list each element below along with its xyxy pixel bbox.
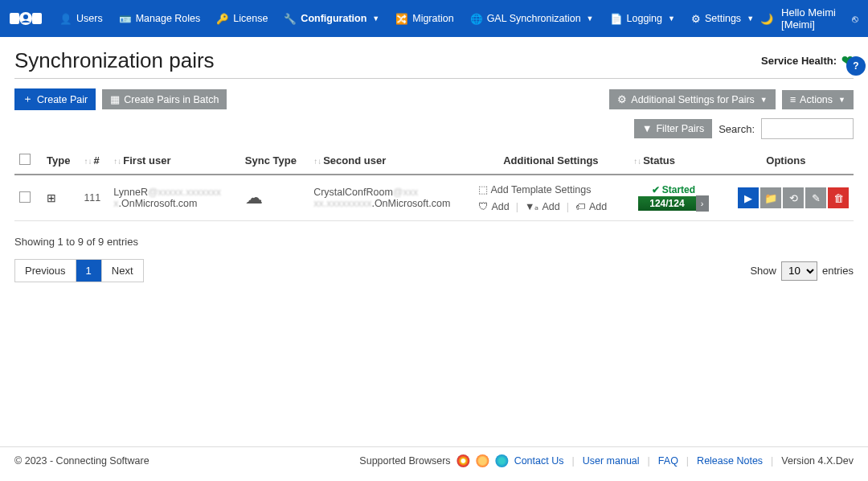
nav-user-greeting[interactable]: Hello Meimi [Meimi] — [781, 6, 844, 31]
additional-settings-cell: ⬚Add Template Settings 🛡Add | ▼ₐAdd | 🏷A… — [478, 183, 624, 212]
logout-icon[interactable]: ⎋ — [852, 13, 858, 25]
row-checkbox[interactable] — [19, 191, 31, 203]
page-header: Synchronization pairs Service Health: ❤ — [14, 48, 854, 79]
check-icon: ✔ — [652, 184, 660, 195]
globe-icon: 🌐 — [470, 13, 483, 25]
add-shield-link[interactable]: 🛡Add — [478, 201, 510, 212]
nav-users[interactable]: 👤Users — [53, 8, 109, 30]
template-icon: ⬚ — [478, 183, 488, 195]
pager-next[interactable]: Next — [102, 260, 143, 282]
play-button[interactable]: ▶ — [738, 187, 759, 208]
sort-icon: ↑↓ — [633, 157, 641, 166]
create-batch-button[interactable]: ▦Create Pairs in Batch — [102, 89, 227, 109]
nav-settings[interactable]: ⚙Settings▼ — [685, 8, 760, 30]
pairs-table: Type ↑↓# ↑↓First user Sync Type ↑↓Second… — [14, 147, 854, 221]
page-title: Synchronization pairs — [14, 48, 761, 73]
actions-label: Actions — [800, 94, 833, 105]
entries-info: Showing 1 to 9 of 9 entries — [14, 236, 854, 248]
col-num[interactable]: ↑↓# — [79, 147, 108, 175]
shuffle-icon: 🔀 — [395, 13, 408, 25]
nav-config-label: Configuration — [301, 13, 366, 24]
list-icon: ≡ — [790, 94, 796, 105]
key-icon: 🔑 — [216, 13, 229, 25]
filter-label: Filter Pairs — [656, 123, 704, 134]
funnel-icon: ▼ — [642, 123, 652, 134]
windows-icon: ⊞ — [47, 191, 56, 204]
entries-select[interactable]: 10 — [781, 261, 817, 281]
additional-settings-button[interactable]: ⚙Additional Settings for Pairs▼ — [609, 89, 775, 109]
add-template-link[interactable]: ⬚Add Template Settings — [478, 183, 624, 195]
row-num: 111 — [79, 175, 108, 221]
nav-gal-sync[interactable]: 🌐GAL Synchronization▼ — [464, 8, 600, 30]
table-row: ⊞ 111 LynneR@xxxxx.xxxxxxx x.OnMicrosoft… — [14, 175, 854, 221]
table-header-row: Type ↑↓# ↑↓First user Sync Type ↑↓Second… — [14, 147, 854, 175]
moon-icon[interactable]: 🌙 — [760, 13, 773, 25]
pager-prev[interactable]: Previous — [15, 260, 76, 282]
col-sync-type: Sync Type — [240, 147, 309, 175]
col-second-user[interactable]: ↑↓Second user — [309, 147, 473, 175]
nav-configuration[interactable]: 🔧Configuration▼ — [277, 8, 386, 30]
wrench-icon: 🔧 — [284, 13, 297, 25]
nav-right: 🌙 Hello Meimi [Meimi] ⎋ — [760, 6, 858, 31]
chevron-down-icon: ▼ — [668, 14, 675, 23]
chevron-down-icon: ▼ — [760, 96, 768, 104]
select-all-checkbox[interactable] — [19, 154, 31, 165]
plus-icon: ＋ — [23, 92, 33, 106]
sort-icon: ↑↓ — [113, 157, 121, 166]
chevron-down-icon: ▼ — [587, 14, 594, 23]
file-icon: 📄 — [610, 13, 623, 25]
nav-logging[interactable]: 📄Logging▼ — [604, 8, 682, 30]
pager: Previous 1 Next — [14, 259, 144, 282]
nav-items: 👤Users 🪪Manage Roles 🔑License 🔧Configura… — [53, 8, 760, 30]
service-health: Service Health: ❤ — [761, 52, 854, 70]
help-button[interactable]: ? — [846, 56, 866, 76]
show-label: Show — [750, 265, 776, 277]
id-card-icon: 🪪 — [119, 13, 132, 25]
progress-next-button[interactable]: › — [696, 195, 709, 212]
cloud-sync-icon: ☁ — [245, 187, 263, 208]
status-started: ✔Started — [652, 184, 695, 195]
entries-label: entries — [822, 265, 854, 277]
col-first-user[interactable]: ↑↓First user — [108, 147, 240, 175]
app-logo — [10, 7, 42, 30]
gear-icon: ⚙ — [617, 93, 627, 105]
chevron-down-icon: ▼ — [838, 96, 845, 104]
nav-logging-label: Logging — [627, 13, 663, 24]
batch-icon: ▦ — [110, 93, 120, 105]
nav-users-label: Users — [76, 13, 103, 24]
svg-rect-0 — [10, 13, 19, 24]
search-input[interactable] — [761, 118, 854, 139]
chevron-down-icon: ▼ — [372, 14, 379, 23]
resync-button[interactable]: ⟲ — [783, 187, 804, 208]
col-type[interactable]: Type — [42, 147, 79, 175]
nav-manage-roles[interactable]: 🪪Manage Roles — [113, 8, 207, 30]
show-entries: Show 10 entries — [750, 261, 854, 281]
nav-roles-label: Manage Roles — [136, 13, 201, 24]
folder-button[interactable]: 📁 — [760, 187, 781, 208]
toolbar: ＋Create Pair ▦Create Pairs in Batch ⚙Add… — [14, 88, 854, 110]
pager-row: Previous 1 Next Show 10 entries — [14, 259, 854, 282]
create-batch-label: Create Pairs in Batch — [124, 94, 219, 105]
svg-point-3 — [23, 14, 28, 19]
nav-license[interactable]: 🔑License — [210, 8, 274, 30]
search-label: Search: — [719, 123, 755, 135]
progress-badge: 124/124 — [638, 196, 695, 211]
nav-migration[interactable]: 🔀Migration — [389, 8, 460, 30]
filter-pairs-button[interactable]: ▼Filter Pairs — [634, 119, 712, 138]
pager-page-1[interactable]: 1 — [76, 260, 102, 282]
add-filter-link[interactable]: ▼ₐAdd — [525, 200, 560, 212]
nav-license-label: License — [233, 13, 268, 24]
shield-icon: 🛡 — [478, 201, 489, 212]
nav-migration-label: Migration — [412, 13, 453, 24]
add-tag-link[interactable]: 🏷Add — [575, 201, 607, 212]
col-status[interactable]: ↑↓Status — [628, 147, 719, 175]
filter-row: ▼Filter Pairs Search: — [14, 118, 854, 139]
col-additional: Additional Settings — [473, 147, 629, 175]
actions-button[interactable]: ≡Actions▼ — [782, 90, 854, 109]
edit-button[interactable]: ✎ — [805, 187, 826, 208]
sort-icon: ↑↓ — [84, 157, 92, 166]
create-pair-button[interactable]: ＋Create Pair — [14, 88, 96, 110]
delete-button[interactable]: 🗑 — [828, 187, 849, 208]
service-health-label: Service Health: — [761, 55, 837, 67]
row-first-user: LynneR@xxxxx.xxxxxxx x.OnMicrosoft.com — [108, 175, 240, 221]
